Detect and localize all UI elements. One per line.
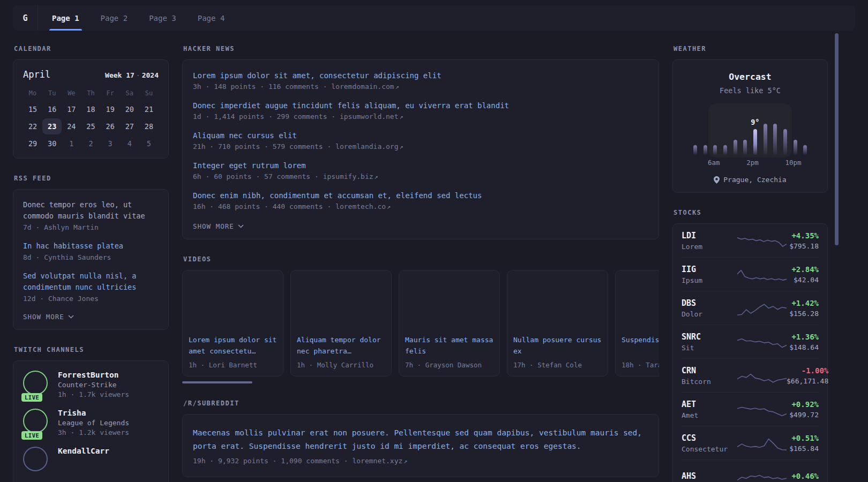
video-thumbnail[interactable] xyxy=(511,274,604,328)
hackernews-item-domain[interactable]: loremtech.co xyxy=(335,202,386,210)
stock-row: DBS Dolor +1.42% $156.28 xyxy=(682,291,819,325)
stock-values: +1.42% $156.28 xyxy=(787,299,819,318)
video-thumbnail[interactable] xyxy=(186,274,280,328)
hackernews-item-domain[interactable]: ipsumify.biz xyxy=(323,172,373,180)
stock-ticker[interactable]: DBS xyxy=(682,298,735,308)
live-badge: LIVE xyxy=(21,431,42,440)
video-card[interactable]: Aliquam tempor dolor nec pharetra… 1h · … xyxy=(290,270,392,376)
stock-ticker[interactable]: LDI xyxy=(682,231,735,240)
stock-values: +0.92% $499.72 xyxy=(787,400,819,419)
video-thumbnail[interactable] xyxy=(619,274,659,328)
stock-company-name: Amet xyxy=(682,411,735,419)
avatar[interactable] xyxy=(23,371,48,395)
rss-show-more-button[interactable]: SHOW MORE xyxy=(23,313,74,321)
calendar-day: 5 xyxy=(139,135,159,152)
video-title[interactable]: Suspendisse diam xyxy=(622,334,659,357)
videos-section: VIDEOS Lorem ipsum dolor sit amet consec… xyxy=(182,255,659,383)
subreddit-post-domain[interactable]: loremnet.xyz xyxy=(352,457,402,465)
calendar-weekday: Th xyxy=(81,86,100,101)
hackernews-item-title[interactable]: Integer eget rutrum lorem xyxy=(193,161,648,170)
twitch-channel-name[interactable]: ForrestBurton xyxy=(58,371,129,379)
video-title[interactable]: Aliquam tempor dolor nec pharetra… xyxy=(297,334,385,357)
page-tab[interactable]: Page 2 xyxy=(101,5,128,31)
weather-time-label xyxy=(738,159,747,167)
video-thumbnail[interactable] xyxy=(294,274,388,328)
video-meta: 7h · Grayson Dawson xyxy=(405,361,493,369)
stock-id: DBS Dolor xyxy=(682,298,735,318)
page-tab[interactable]: Page 4 xyxy=(198,5,225,31)
rss-item: In hac habitasse platea 8d · Cynthia Sau… xyxy=(23,240,159,261)
rss-item-title[interactable]: Donec tempor eros leo, ut commodo mauris… xyxy=(23,199,159,222)
stock-change-percent: +0.46% xyxy=(787,472,819,480)
hackernews-item-domain[interactable]: loremlandia.org xyxy=(335,142,398,150)
weather-condition: Overcast xyxy=(682,72,819,82)
calendar-weekday: Su xyxy=(139,86,159,101)
videos-scrollbar-thumb[interactable] xyxy=(182,381,252,383)
stock-ticker[interactable]: AHS xyxy=(682,471,735,481)
hackernews-show-more-button[interactable]: SHOW MORE xyxy=(193,222,244,230)
rss-item-title[interactable]: In hac habitasse platea xyxy=(23,240,159,252)
stock-ticker[interactable]: CRN xyxy=(682,366,735,375)
stock-company-name: Dolor xyxy=(682,310,735,318)
page-tab[interactable]: Page 3 xyxy=(149,5,176,31)
video-title[interactable]: Nullam posuere cursus ex xyxy=(513,334,602,357)
stock-price: $795.18 xyxy=(787,242,819,250)
weather-hour-slot xyxy=(780,108,790,155)
hackernews-item-title[interactable]: Aliquam nec cursus elit xyxy=(193,131,648,140)
weather-temp-bar xyxy=(764,124,767,155)
video-card[interactable]: Suspendisse diam 18h · Tara xyxy=(615,270,659,376)
twitch-channel-category: League of Legends xyxy=(58,419,129,427)
weather-widget: Overcast Feels like 5°C xyxy=(672,59,828,193)
twitch-channel-name[interactable]: Trisha xyxy=(58,409,129,417)
weather-bars: 9° xyxy=(689,108,811,155)
stock-sparkline xyxy=(737,367,787,385)
hackernews-item-meta: 3h · 148 points · 116 comments · loremdo… xyxy=(193,82,648,91)
hackernews-item-domain[interactable]: loremdomain.com xyxy=(331,82,394,91)
calendar-day: 27 xyxy=(120,118,139,134)
weather-hour-slot xyxy=(710,108,720,155)
twitch-channel-name[interactable]: KendallCarr xyxy=(58,447,109,455)
rss-item-meta: 12d · Chance Jones xyxy=(23,295,159,303)
dashboard-page: G Page 1 Page 2 Page 3 Page 4 CALENDAR A… xyxy=(0,0,868,482)
video-card[interactable]: Nullam posuere cursus ex 17h · Stefan Co… xyxy=(507,270,608,376)
calendar-section: CALENDAR April Week 17·2024 Mo Tu xyxy=(13,45,169,159)
stock-values: +1.36% $148.64 xyxy=(787,333,819,351)
weather-temp-bar xyxy=(753,129,757,155)
weather-time-label xyxy=(767,159,776,167)
subreddit-post-title[interactable]: Maecenas mollis pulvinar erat non posuer… xyxy=(193,426,648,454)
hackernews-item-title[interactable]: Donec imperdiet augue tincidunt felis al… xyxy=(193,101,648,110)
video-thumbnail[interactable] xyxy=(402,274,496,328)
stock-ticker[interactable]: AET xyxy=(682,400,735,409)
avatar[interactable] xyxy=(23,447,48,471)
stock-change-percent: +0.51% xyxy=(787,434,819,442)
hackernews-item-title[interactable]: Lorem ipsum dolor sit amet, consectetur … xyxy=(193,71,648,80)
stock-price: $42.04 xyxy=(787,276,819,284)
twitch-channel-info: Trisha League of Legends 3h · 1.2k viewe… xyxy=(58,409,129,436)
rss-item-title[interactable]: Sed volutpat nulla nisl, a condimentum n… xyxy=(23,270,159,293)
page-scrollbar-thumb[interactable] xyxy=(835,33,839,245)
hackernews-item-title[interactable]: Donec enim nibh, condimentum et accumsan… xyxy=(193,191,648,200)
avatar[interactable] xyxy=(23,409,48,433)
stock-ticker[interactable]: IIG xyxy=(682,265,735,274)
video-card[interactable]: Mauris sit amet massa felis 7h · Grayson… xyxy=(399,270,500,376)
video-title[interactable]: Mauris sit amet massa felis xyxy=(405,334,493,357)
video-card[interactable]: Lorem ipsum dolor sit amet consectetu… 1… xyxy=(182,270,283,376)
stock-ticker[interactable]: SNRC xyxy=(682,332,735,342)
external-link-icon: ↗ xyxy=(399,113,403,120)
weather-section: WEATHER Overcast Feels like 5°C xyxy=(672,45,828,193)
weather-time-label: 10pm xyxy=(785,159,801,167)
hackernews-item-domain[interactable]: ipsumworld.net xyxy=(340,112,399,120)
app-logo[interactable]: G xyxy=(13,5,38,31)
weather-location: Prague, Czechia xyxy=(682,176,819,184)
page-tab[interactable]: Page 1 xyxy=(52,5,79,31)
weather-hour-slot xyxy=(760,108,770,155)
video-title[interactable]: Lorem ipsum dolor sit amet consectetu… xyxy=(189,334,277,357)
calendar-weekday: Tu xyxy=(42,86,62,101)
hackernews-item-stats: 21h · 710 points · 579 comments · xyxy=(193,142,335,150)
hackernews-list: Lorem ipsum dolor sit amet, consectetur … xyxy=(193,71,648,210)
calendar-day: 30 xyxy=(42,135,62,152)
stock-ticker[interactable]: CCS xyxy=(682,433,735,443)
calendar-day: 3 xyxy=(101,135,120,152)
hackernews-item-stats: 16h · 468 points · 440 comments · xyxy=(193,202,335,210)
external-link-icon: ↗ xyxy=(373,173,378,180)
